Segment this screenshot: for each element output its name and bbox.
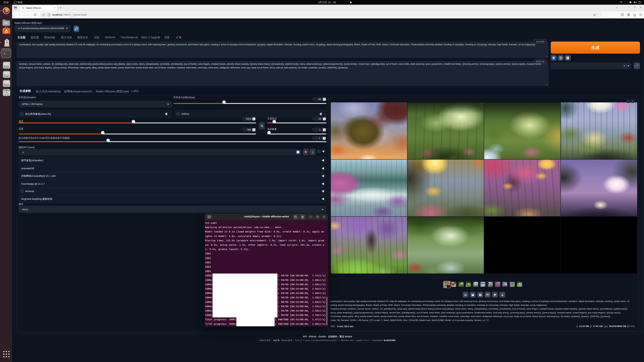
svg-text:SSD: SSD <box>4 66 9 68</box>
svg-text:SSD: SSD <box>4 75 9 78</box>
svg-text:SSD: SSD <box>4 84 9 87</box>
svg-text:>_: >_ <box>4 52 7 55</box>
